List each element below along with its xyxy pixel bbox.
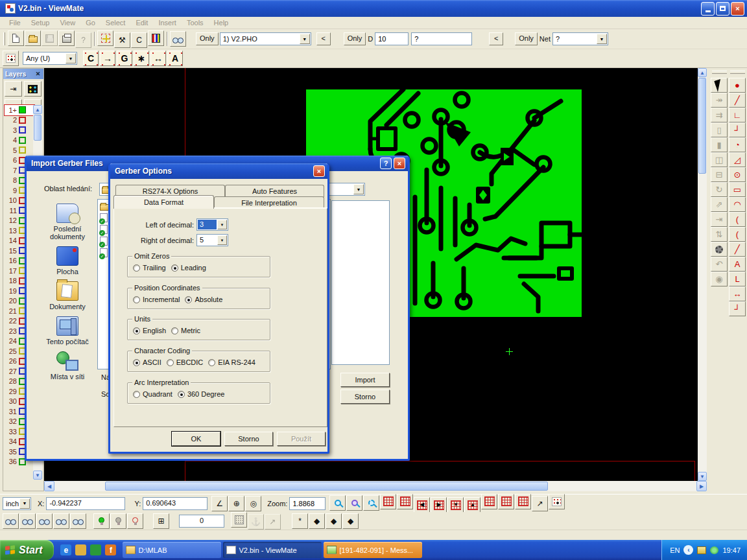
move-item-button[interactable]: ↠ [711,93,728,108]
draw-elbow-button[interactable]: ┘ [729,301,746,316]
draw-arc-point-button[interactable]: ( [729,227,746,242]
hide-icons-button[interactable]: ‹ [683,545,693,555]
close-button[interactable]: × [394,158,405,169]
layer-row[interactable]: 3 [5,125,34,135]
grid-copy-button[interactable] [515,494,531,509]
firefox-icon[interactable]: f [105,544,116,555]
scroll-left-icon[interactable]: ◀ [44,481,54,491]
chevron-down-icon[interactable]: ▼ [300,34,310,44]
measure-diagonal-button[interactable]: ↗ [532,496,548,511]
maximize-button[interactable] [716,2,729,16]
pan-down-grid-button[interactable]: ▼ [447,497,464,513]
zoom-grid-magnifier-button[interactable] [346,495,362,511]
clamp-view-button[interactable]: C [131,32,147,48]
draw-pad-button[interactable]: ● [729,78,746,93]
menu-item-edit[interactable]: Edit [130,18,153,28]
menu-item-file[interactable]: File [4,18,26,28]
reader-icon[interactable] [90,544,101,555]
rotate-item-button[interactable]: ↻ [711,182,728,197]
only-dcode-button[interactable]: Only [344,32,366,45]
radio-icon[interactable] [133,264,140,272]
cancel-button[interactable]: Storno [340,390,390,404]
grid-jump-button[interactable] [481,494,497,509]
pan-right-grid-button[interactable]: ▶ [431,497,447,513]
draw-label-button[interactable]: L [729,272,746,286]
menu-item-go[interactable]: Go [80,18,101,28]
task-folder[interactable]: D:\MLAB [123,542,221,558]
place-network-places[interactable]: Místa v síti [38,351,97,380]
film-box-grid-button[interactable] [380,494,396,509]
layer-colors-button[interactable] [148,30,164,46]
redraw-target-button[interactable] [97,30,113,46]
draw-line-button[interactable]: ╱ [729,93,746,108]
net-combo[interactable]: ? ▼ [552,32,608,45]
radio-icon[interactable] [133,391,140,398]
start-button[interactable]: Start [0,540,54,560]
place-my-computer[interactable]: Tento počítač [38,316,97,345]
full-grid-button[interactable] [397,494,413,509]
menu-item-tools[interactable]: Tools [182,18,209,28]
draw-rectangle-button[interactable]: ▭ [729,182,746,197]
only-layer-button[interactable]: Only [196,32,219,45]
fill-light-button[interactable]: ▯ [711,122,728,137]
lamp-outline-button[interactable] [127,513,143,529]
left-of-decimal-combo[interactable]: 3 ▼ [196,218,228,231]
zoom-input[interactable] [289,497,326,510]
ok-button[interactable]: OK [172,432,220,446]
place-documents-folder[interactable]: Dokumenty [38,281,97,310]
anchor-button[interactable]: ⚓ [248,514,264,530]
previous-dcode-button[interactable]: < [489,32,503,45]
menu-item-insert[interactable]: Insert [153,18,182,28]
snap-vector-button[interactable]: ↗ [265,514,281,530]
glasses-sketch-button[interactable] [53,513,69,529]
cancel-button[interactable]: Storno [224,432,273,446]
diamond-pad-s-button[interactable]: ◆ [326,513,342,529]
undo-button[interactable]: ↶ [711,257,728,272]
layer-color-swatch[interactable] [19,126,26,134]
menu-item-view[interactable]: View [54,18,80,28]
radio-icon[interactable] [133,296,140,303]
radio-absolute[interactable]: Absolute [185,296,222,303]
tab-file-interpretation[interactable]: File Interpretation [214,196,324,209]
mirror-vertical-button[interactable]: ⊟ [711,167,728,182]
close-button[interactable]: × [313,165,325,177]
letter-c-button[interactable]: C [83,51,99,66]
glasses-outline-button[interactable] [70,513,86,529]
layer-row[interactable]: 5 [5,145,34,156]
letter-h-button[interactable]: ↔ [150,51,166,66]
radio-icon[interactable] [208,359,215,366]
tile-window-button[interactable]: ⊞ [153,513,169,529]
place-recent-documents[interactable]: Poslední dokumenty [38,204,97,240]
radio-icon[interactable] [171,264,178,272]
radio-eia-rs-244[interactable]: EIA RS-244 [208,358,255,366]
lamp-gray-button[interactable] [110,513,126,529]
scroll-up-icon[interactable]: ▲ [698,68,707,77]
vertical-scrollbar[interactable]: ▲ ▼ [698,68,707,481]
dcode-input[interactable] [375,32,409,45]
menu-item-select[interactable]: Select [101,18,131,28]
task-viewmate[interactable]: V2.bin - ViewMate [223,542,322,558]
radio-icon[interactable] [133,327,140,334]
radio-icon[interactable] [178,391,185,398]
draw-triangle-button[interactable]: ◿ [729,152,746,167]
help-button[interactable]: ? [380,158,392,169]
highlight-glasses-button[interactable] [170,31,186,47]
radio-icon[interactable] [185,296,192,303]
radio-trailing[interactable]: Trailing [133,264,166,272]
radio-english[interactable]: English [133,327,166,334]
zoom-in-magnifier-button[interactable] [329,495,346,511]
draw-arc-tangent-button[interactable]: ╱ [729,242,746,257]
pan-left-grid-button[interactable]: ◀ [414,497,430,513]
close-button[interactable]: × [731,2,744,16]
flash-pad-button[interactable]: * [292,513,308,529]
scale-item-button[interactable]: ⇗ [711,197,728,212]
settings-gear-button[interactable] [711,242,728,257]
folder-icon[interactable] [75,544,86,555]
place-desktop[interactable]: Plocha [38,246,97,275]
snap-grid-dots-button[interactable] [231,512,247,528]
previous-layer-button[interactable]: < [316,32,331,45]
language-indicator[interactable]: EN [670,546,680,554]
scroll-up-icon[interactable]: ▲ [33,105,42,114]
save-button[interactable] [42,30,58,46]
apply-button[interactable]: Použít [277,432,326,446]
